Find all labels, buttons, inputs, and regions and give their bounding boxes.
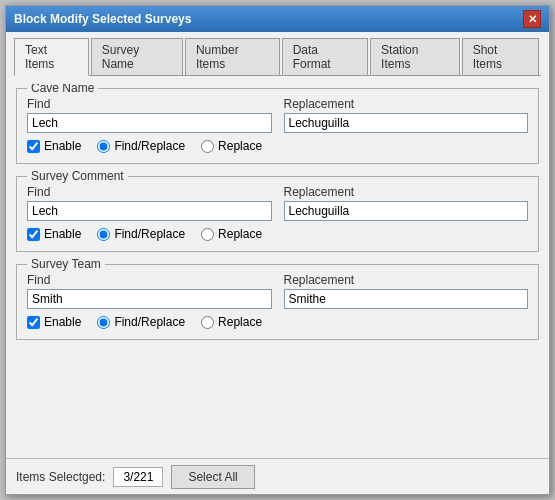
tab-number-items[interactable]: Number Items bbox=[185, 38, 280, 75]
main-window: Block Modify Selected Surveys ✕ Text Ite… bbox=[5, 5, 550, 495]
survey-comment-replace-radio[interactable] bbox=[201, 228, 214, 241]
items-selected-value: 3/221 bbox=[113, 467, 163, 487]
cave-name-find-label: Find bbox=[27, 97, 272, 111]
group-cave-name: Cave Name Find Replacement Enable bbox=[16, 88, 539, 164]
survey-team-find-label: Find bbox=[27, 273, 272, 287]
cave-name-find-replace-radio-label[interactable]: Find/Replace bbox=[97, 139, 185, 153]
survey-team-replacement-label: Replacement bbox=[284, 273, 529, 287]
cave-name-radio-row: Enable Find/Replace Replace bbox=[27, 139, 528, 153]
cave-name-enable-checkbox-label[interactable]: Enable bbox=[27, 139, 81, 153]
survey-team-replace-label: Replace bbox=[218, 315, 262, 329]
tab-bar: Text Items Survey Name Number Items Data… bbox=[14, 38, 541, 76]
tab-data-format[interactable]: Data Format bbox=[282, 38, 368, 75]
survey-comment-find-replace-radio[interactable] bbox=[97, 228, 110, 241]
group-survey-comment: Survey Comment Find Replacement Enable bbox=[16, 176, 539, 252]
survey-comment-replace-radio-label[interactable]: Replace bbox=[201, 227, 262, 241]
cave-name-replace-radio-label[interactable]: Replace bbox=[201, 139, 262, 153]
survey-team-fields: Find Replacement bbox=[27, 273, 528, 309]
select-all-button[interactable]: Select All bbox=[171, 465, 254, 489]
cave-name-find-input[interactable] bbox=[27, 113, 272, 133]
survey-comment-replace-label: Replace bbox=[218, 227, 262, 241]
survey-team-find-replace-radio[interactable] bbox=[97, 316, 110, 329]
survey-team-find-col: Find bbox=[27, 273, 272, 309]
survey-team-find-replace-label: Find/Replace bbox=[114, 315, 185, 329]
cave-name-enable-label: Enable bbox=[44, 139, 81, 153]
tab-station-items[interactable]: Station Items bbox=[370, 38, 460, 75]
footer: Items Selectged: 3/221 Select All bbox=[6, 458, 549, 494]
cave-name-find-col: Find bbox=[27, 97, 272, 133]
group-survey-team-title: Survey Team bbox=[27, 257, 105, 271]
tab-text-items[interactable]: Text Items bbox=[14, 38, 89, 76]
title-bar: Block Modify Selected Surveys ✕ bbox=[6, 6, 549, 32]
survey-comment-replacement-input[interactable] bbox=[284, 201, 529, 221]
survey-team-find-replace-radio-label[interactable]: Find/Replace bbox=[97, 315, 185, 329]
group-survey-team: Survey Team Find Replacement Enable bbox=[16, 264, 539, 340]
cave-name-replacement-col: Replacement bbox=[284, 97, 529, 133]
cave-name-replace-label: Replace bbox=[218, 139, 262, 153]
close-button[interactable]: ✕ bbox=[523, 10, 541, 28]
cave-name-replacement-input[interactable] bbox=[284, 113, 529, 133]
survey-comment-fields: Find Replacement bbox=[27, 185, 528, 221]
group-survey-comment-title: Survey Comment bbox=[27, 169, 128, 183]
survey-team-radio-row: Enable Find/Replace Replace bbox=[27, 315, 528, 329]
survey-team-enable-label: Enable bbox=[44, 315, 81, 329]
survey-team-replace-radio[interactable] bbox=[201, 316, 214, 329]
survey-team-replace-radio-label[interactable]: Replace bbox=[201, 315, 262, 329]
cave-name-fields: Find Replacement bbox=[27, 97, 528, 133]
survey-comment-find-replace-label: Find/Replace bbox=[114, 227, 185, 241]
survey-comment-radio-row: Enable Find/Replace Replace bbox=[27, 227, 528, 241]
group-cave-name-title: Cave Name bbox=[27, 84, 98, 95]
survey-comment-find-label: Find bbox=[27, 185, 272, 199]
survey-comment-replacement-label: Replacement bbox=[284, 185, 529, 199]
survey-team-replacement-input[interactable] bbox=[284, 289, 529, 309]
cave-name-find-replace-label: Find/Replace bbox=[114, 139, 185, 153]
tab-shot-items[interactable]: Shot Items bbox=[462, 38, 539, 75]
tab-content-text-items: Cave Name Find Replacement Enable bbox=[14, 84, 541, 452]
cave-name-find-replace-radio[interactable] bbox=[97, 140, 110, 153]
survey-comment-find-replace-radio-label[interactable]: Find/Replace bbox=[97, 227, 185, 241]
items-selected-label: Items Selectged: bbox=[16, 470, 105, 484]
survey-team-replacement-col: Replacement bbox=[284, 273, 529, 309]
tab-survey-name[interactable]: Survey Name bbox=[91, 38, 183, 75]
cave-name-replacement-label: Replacement bbox=[284, 97, 529, 111]
survey-team-find-input[interactable] bbox=[27, 289, 272, 309]
survey-comment-enable-label: Enable bbox=[44, 227, 81, 241]
survey-comment-enable-checkbox[interactable] bbox=[27, 228, 40, 241]
survey-comment-find-col: Find bbox=[27, 185, 272, 221]
survey-comment-replacement-col: Replacement bbox=[284, 185, 529, 221]
window-content: Text Items Survey Name Number Items Data… bbox=[6, 32, 549, 458]
survey-team-enable-checkbox[interactable] bbox=[27, 316, 40, 329]
cave-name-replace-radio[interactable] bbox=[201, 140, 214, 153]
window-title: Block Modify Selected Surveys bbox=[14, 12, 191, 26]
survey-team-enable-checkbox-label[interactable]: Enable bbox=[27, 315, 81, 329]
survey-comment-enable-checkbox-label[interactable]: Enable bbox=[27, 227, 81, 241]
cave-name-enable-checkbox[interactable] bbox=[27, 140, 40, 153]
survey-comment-find-input[interactable] bbox=[27, 201, 272, 221]
